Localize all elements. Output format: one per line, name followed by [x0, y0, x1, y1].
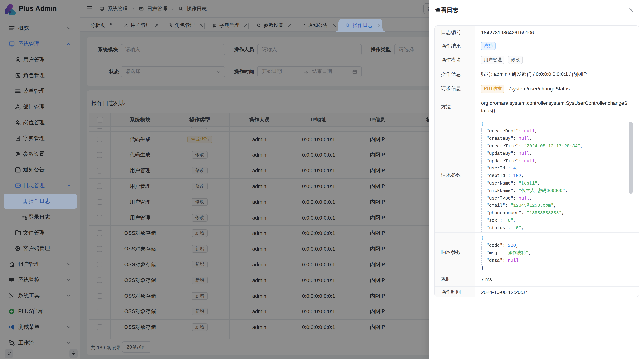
svg-text:DEV: DEV	[16, 185, 20, 187]
svg-text:DEV: DEV	[140, 8, 143, 10]
